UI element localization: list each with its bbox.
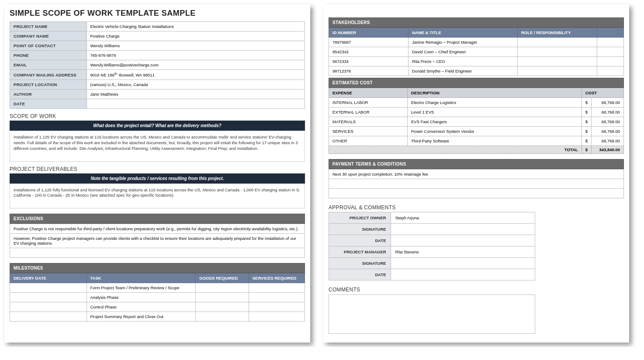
label-phone: PHONE [10, 51, 87, 60]
deliverables-text: Installations of 1,125 fully functional … [10, 183, 305, 209]
value-phone: 765-876-9876 [87, 51, 305, 60]
stakeholder-row: 98712376Donald Smythe – Field Engineer [329, 66, 624, 76]
milestone-row: Form Project Team / Preliminary Review /… [10, 283, 305, 293]
milestone-row: Analysis Phase [10, 293, 305, 302]
stakeholder-row: 5672334Rita Preze – CEO [329, 57, 624, 66]
col-goods: GOODS REQUIRED [196, 273, 249, 283]
value-date [87, 99, 305, 109]
label-poc: POINT OF CONTACT [10, 41, 87, 51]
label-email: EMAIL [10, 60, 87, 70]
comments-heading: COMMENTS [329, 287, 624, 293]
total-label: TOTAL [329, 146, 582, 154]
value-email: Wendy.Williams@postivecharge.com [87, 60, 305, 70]
scope-prompt: What does the project entail? What are t… [10, 121, 305, 131]
label-project-manager: PROJECT MANAGER [329, 246, 391, 258]
exclusions-table: Positive Charge is not responsible for t… [10, 224, 305, 258]
cost-row: MATERIALSEVS Fast Chargers$68,768.00 [329, 117, 624, 127]
stakeholders-heading: STAKEHOLDERS [329, 17, 624, 28]
col-cost: COST [582, 88, 623, 98]
payment-table: Next 30 upon project completion. 10% ret… [329, 169, 624, 198]
col-name-title: NAME & TITLE [409, 28, 518, 38]
col-delivery-date: DELIVERY DATE [10, 273, 87, 283]
milestones-heading: MILESTONES [10, 263, 305, 273]
col-expense: EXPENSE [329, 88, 408, 98]
cost-total-row: TOTAL$343,840.00 [329, 146, 624, 154]
approval-heading: APPROVAL & COMMENTS [329, 204, 624, 211]
cost-heading: ESTIMATED COST [329, 78, 624, 88]
milestones-table: DELIVERY DATE TASK GOODS REQUIRED SERVIC… [10, 273, 305, 322]
col-services: SERVICES REQUIRED [249, 273, 305, 283]
label-author: AUTHOR [10, 90, 87, 99]
cost-row: INTERNAL LABORElectro Charge Logistics$6… [329, 98, 624, 107]
label-project-location: PROJECT LOCATION [10, 80, 87, 90]
cost-table: EXPENSE DESCRIPTION COST INTERNAL LABORE… [329, 88, 624, 154]
payment-text: Next 30 upon project completion. 10% ret… [329, 170, 624, 179]
exclusions-row-2: However, Positive Charge project manager… [10, 234, 305, 248]
stakeholder-row: 78979687Janine Remagio – Project Manager [329, 38, 624, 47]
col-task: TASK [87, 273, 196, 283]
label-company-name: COMPANY NAME [10, 31, 87, 41]
col-role: ROLE / RESPONSIBILITY [518, 28, 597, 38]
value-project-manager: Rita Stevens [391, 246, 535, 258]
value-mailing-address: 9016 NE 186th, Boswell, WA 98011 [87, 70, 305, 80]
scope-heading: SCOPE OF WORK [10, 113, 305, 119]
value-project-owner: Steph Arjuna [391, 212, 535, 224]
label-date-1: DATE [329, 235, 391, 246]
exclusions-row-empty [10, 248, 305, 258]
label-date-2: DATE [329, 269, 391, 280]
stakeholders-table: ID NUMBER NAME & TITLE ROLE / RESPONSIBI… [329, 28, 624, 76]
value-poc: Wendy Williams [87, 41, 305, 51]
cost-row: SERVICESPower Conversion System Vendor$6… [329, 127, 624, 136]
col-description: DESCRIPTION [408, 88, 582, 98]
value-project-location: (various) U.S., Mexico, Canada [87, 80, 305, 90]
cost-row: EXTERNAL LABORLevel 1 EVS$68,768.00 [329, 107, 624, 117]
project-info-table: PROJECT NAMEElectric Vehicle-Charging St… [10, 21, 305, 109]
exclusions-heading: EXCLUSIONS [10, 214, 305, 224]
label-mailing-address: COMPANY MAILING ADDRESS [10, 70, 87, 80]
comments-box [329, 294, 535, 334]
deliverables-prompt: Note the tangible products / services re… [10, 173, 305, 183]
col-id: ID NUMBER [329, 28, 409, 38]
deliverables-heading: PROJECT DELIVERABLES [10, 166, 305, 172]
payment-heading: PAYMENT TERMS & CONDITIONS [329, 159, 624, 169]
label-date: DATE [10, 99, 87, 109]
approval-table: PROJECT OWNERSteph Arjuna SIGNATURE DATE… [329, 212, 535, 280]
document-title: SIMPLE SCOPE OF WORK TEMPLATE SAMPLE [10, 9, 305, 18]
value-project-name: Electric Vehicle-Charging Station Instal… [87, 22, 305, 31]
page-left: SIMPLE SCOPE OF WORK TEMPLATE SAMPLE PRO… [4, 4, 310, 343]
col-blank [597, 28, 624, 38]
cost-row: OTHERThird-Party Software$68,768.00 [329, 136, 624, 146]
label-project-owner: PROJECT OWNER [329, 212, 391, 224]
exclusions-row-1: Positive Charge is not responsible for t… [10, 224, 305, 234]
page-right: STAKEHOLDERS ID NUMBER NAME & TITLE ROLE… [323, 4, 629, 343]
milestone-row: Control Phase [10, 302, 305, 312]
value-company-name: Positive Charge [87, 31, 305, 41]
scope-text: Installation of 1,125 EV charging statio… [10, 131, 305, 161]
stakeholder-row: 8542342David Coen – Chief Engineer [329, 47, 624, 57]
label-project-name: PROJECT NAME [10, 22, 87, 31]
milestone-row: Project Summary Report and Close Out [10, 312, 305, 322]
label-signature-1: SIGNATURE [329, 224, 391, 235]
value-author: Jane Matthews [87, 90, 305, 99]
total-value: 343,840.00 [591, 146, 623, 154]
label-signature-2: SIGNATURE [329, 258, 391, 269]
